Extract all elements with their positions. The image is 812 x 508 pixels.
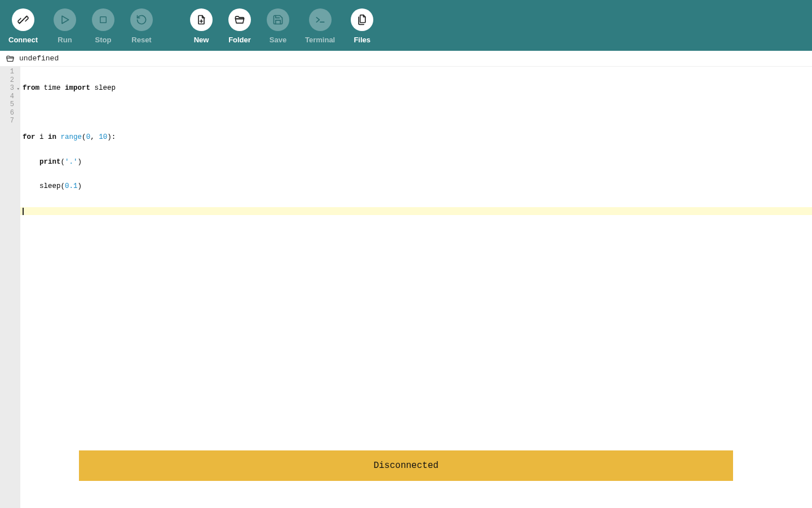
terminal-button[interactable]: Terminal — [305, 8, 335, 44]
svg-rect-1 — [100, 17, 107, 23]
reset-button[interactable]: Reset — [130, 8, 153, 44]
line-number: 7 — [0, 117, 20, 125]
new-file-icon — [190, 8, 213, 31]
stop-label: Stop — [95, 36, 112, 44]
stop-button[interactable]: Stop — [92, 8, 114, 44]
code-area[interactable]: from time import sleep for i in range(0,… — [20, 67, 812, 508]
reset-label: Reset — [131, 36, 151, 44]
text-cursor — [23, 208, 24, 215]
status-message: Disconnected — [373, 461, 438, 471]
connect-label: Connect — [8, 36, 38, 44]
folder-label: Folder — [228, 36, 251, 44]
line-number: 3▾ — [0, 84, 20, 93]
line-number: 5 — [0, 100, 20, 109]
new-label: New — [194, 36, 209, 44]
line-number: 1 — [0, 68, 20, 76]
files-button[interactable]: Files — [351, 8, 373, 44]
code-line: from time import sleep — [20, 84, 812, 93]
code-line — [20, 231, 812, 240]
breadcrumb: undefined — [0, 51, 812, 67]
stop-icon — [92, 8, 114, 31]
folder-icon — [6, 54, 15, 63]
files-label: Files — [354, 36, 370, 44]
play-icon — [54, 8, 76, 31]
new-button[interactable]: New — [190, 8, 213, 44]
connect-button[interactable]: Connect — [8, 8, 38, 44]
save-button[interactable]: Save — [267, 8, 289, 44]
code-line-active — [20, 207, 812, 216]
line-number: 2 — [0, 76, 20, 85]
toolbar: Connect Run Stop Reset — [0, 0, 812, 51]
code-line: print('.') — [20, 158, 812, 167]
save-label: Save — [270, 36, 286, 44]
breadcrumb-path: undefined — [19, 54, 59, 63]
folder-button[interactable]: Folder — [228, 8, 251, 44]
code-line — [20, 109, 812, 117]
run-label: Run — [58, 36, 72, 44]
line-number: 6 — [0, 109, 20, 117]
code-line: for i in range(0, 10): — [20, 133, 812, 142]
terminal-icon — [309, 8, 332, 31]
code-line: sleep(0.1) — [20, 182, 812, 191]
reset-icon — [130, 8, 153, 31]
plug-icon — [12, 8, 34, 31]
run-button[interactable]: Run — [54, 8, 76, 44]
line-number-gutter: 1 2 3▾ 4 5 6 7 — [0, 67, 20, 508]
folder-open-icon — [228, 8, 251, 31]
svg-marker-0 — [62, 16, 69, 23]
status-toast: Disconnected — [79, 450, 733, 481]
save-icon — [267, 8, 289, 31]
terminal-label: Terminal — [305, 36, 335, 44]
line-number: 4 — [0, 93, 20, 101]
code-editor[interactable]: 1 2 3▾ 4 5 6 7 from time import sleep fo… — [0, 67, 812, 508]
files-icon — [351, 8, 373, 31]
